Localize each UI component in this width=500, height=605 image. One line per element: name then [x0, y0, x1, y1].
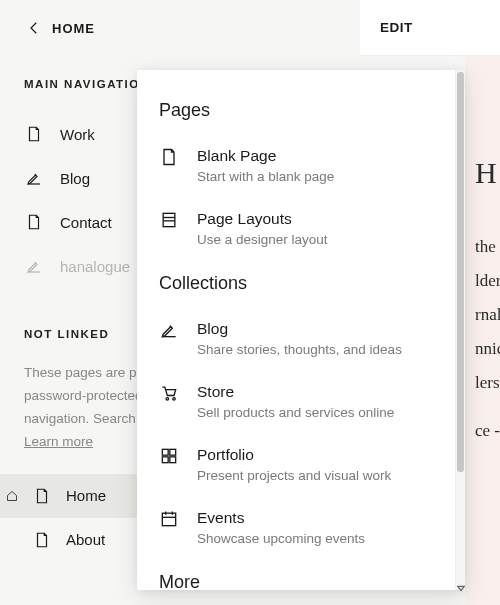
not-linked-item-label: About [66, 531, 105, 548]
popover-item-desc: Sell products and services online [197, 405, 394, 420]
popover-item-desc: Start with a blank page [197, 169, 334, 184]
nav-item-label: Work [60, 126, 95, 143]
popover-heading: More [159, 572, 437, 590]
back-button[interactable]: HOME [24, 18, 336, 38]
svg-rect-6 [170, 449, 176, 455]
popover-item-title: Page Layouts [197, 210, 328, 228]
pen-icon [24, 256, 44, 276]
popover-body: Pages Blank Page Start with a blank page… [137, 70, 455, 590]
home-icon [6, 490, 18, 502]
page-icon [32, 486, 52, 506]
popover-item-blank-page[interactable]: Blank Page Start with a blank page [159, 137, 437, 200]
page-icon [24, 212, 44, 232]
popover-item-title: Blank Page [197, 147, 334, 165]
popover-item-desc: Share stories, thoughts, and ideas [197, 342, 402, 357]
chevron-down-icon[interactable] [457, 578, 465, 586]
pen-icon [159, 320, 179, 340]
calendar-icon [159, 509, 179, 529]
popover-scrollbar[interactable] [455, 70, 465, 590]
layout-icon [159, 210, 179, 230]
back-label: HOME [52, 21, 95, 36]
popover-item-page-layouts[interactable]: Page Layouts Use a designer layout [159, 200, 437, 263]
popover-section-more: More [159, 572, 437, 590]
popover-heading: Collections [159, 273, 437, 294]
popover-item-title: Portfolio [197, 446, 391, 464]
page-icon [24, 124, 44, 144]
svg-rect-7 [162, 457, 168, 463]
popover-section-pages: Pages Blank Page Start with a blank page… [159, 100, 437, 263]
svg-rect-8 [170, 457, 176, 463]
page-icon [159, 147, 179, 167]
not-linked-item-label: Home [66, 487, 106, 504]
svg-rect-0 [163, 213, 175, 226]
chevron-left-icon [24, 18, 44, 38]
popover-item-title: Blog [197, 320, 402, 338]
popover-item-title: Store [197, 383, 394, 401]
svg-point-4 [173, 398, 176, 401]
learn-more-link[interactable]: Learn more [24, 434, 93, 449]
popover-section-collections: Collections Blog Share stories, thoughts… [159, 273, 437, 562]
page-icon [32, 530, 52, 550]
page-preview: H the lder rnal nnic lers ce - [465, 56, 500, 605]
nav-item-label: hanalogue [60, 258, 130, 275]
add-page-popover: Pages Blank Page Start with a blank page… [137, 70, 465, 590]
nav-item-label: Contact [60, 214, 112, 231]
popover-item-title: Events [197, 509, 365, 527]
cart-icon [159, 383, 179, 403]
popover-item-portfolio[interactable]: Portfolio Present projects and visual wo… [159, 436, 437, 499]
popover-heading: Pages [159, 100, 437, 121]
popover-item-events[interactable]: Events Showcase upcoming events [159, 499, 437, 562]
svg-rect-9 [162, 513, 175, 526]
svg-point-3 [166, 398, 169, 401]
edit-button[interactable]: EDIT [360, 0, 500, 56]
popover-item-desc: Showcase upcoming events [197, 531, 365, 546]
svg-rect-5 [162, 449, 168, 455]
popover-item-desc: Present projects and visual work [197, 468, 391, 483]
nav-item-label: Blog [60, 170, 90, 187]
scrollbar-thumb[interactable] [457, 72, 464, 472]
pen-icon [24, 168, 44, 188]
popover-item-desc: Use a designer layout [197, 232, 328, 247]
svg-marker-13 [458, 586, 464, 590]
popover-item-blog[interactable]: Blog Share stories, thoughts, and ideas [159, 310, 437, 373]
popover-item-store[interactable]: Store Sell products and services online [159, 373, 437, 436]
grid-icon [159, 446, 179, 466]
